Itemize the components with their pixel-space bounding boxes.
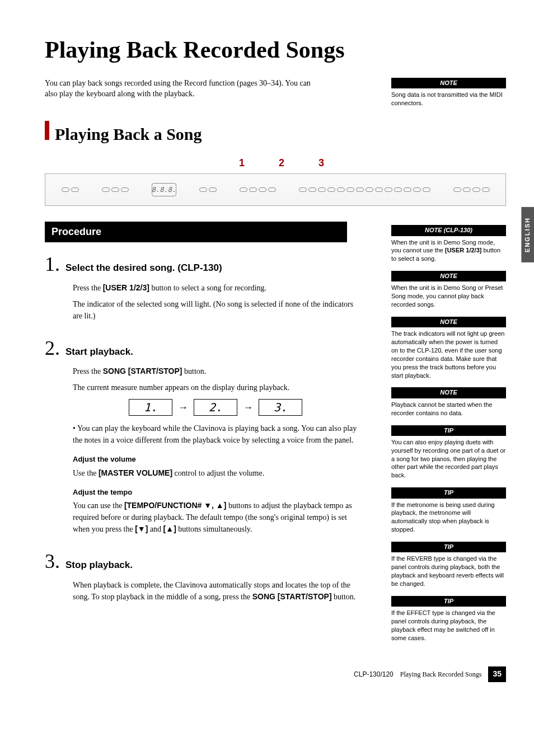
tip-reverb: TIP If the REVERB type is changed via th… — [391, 542, 506, 588]
tip-effect: TIP If the EFFECT type is changed via th… — [391, 596, 506, 642]
step-2: 2. Start playback. Press the SONG [START… — [45, 334, 358, 535]
step-title: Start playback. — [65, 345, 133, 359]
button-ref: SONG [START/STOP] — [252, 592, 332, 601]
note-header: NOTE — [391, 271, 506, 281]
section-accent-bar — [45, 121, 49, 140]
text: The current measure number appears on th… — [73, 382, 358, 393]
procedure-header: Procedure — [45, 222, 347, 242]
button-ref: [USER 1/2/3] — [103, 283, 149, 292]
button-ref: [▲] — [163, 524, 176, 533]
text: button to select a song for recording. — [149, 284, 266, 292]
tip-body: If the REVERB type is changed via the pa… — [391, 552, 506, 588]
control-ref: [MASTER VOLUME] — [99, 468, 172, 477]
page-number: 35 — [488, 666, 506, 682]
note-track-indicators: NOTE The track indicators will not light… — [391, 317, 506, 379]
note-header: NOTE (CLP-130) — [391, 225, 506, 236]
arrow-right-icon: → — [243, 400, 253, 415]
text: button. — [332, 593, 356, 601]
note-clp130: NOTE (CLP-130) When the unit is in Demo … — [391, 225, 506, 263]
note-body: Playback cannot be started when the reco… — [391, 398, 506, 417]
text: Use the — [73, 469, 99, 477]
note-header: NOTE — [391, 317, 506, 327]
step-title: Select the desired song. (CLP-130) — [65, 261, 222, 275]
text: You can use the — [73, 501, 124, 510]
tip-header: TIP — [391, 487, 506, 498]
note-no-data: NOTE Playback cannot be started when the… — [391, 387, 506, 417]
button-ref: [▼] — [135, 524, 148, 533]
section-title: Playing Back a Song — [55, 123, 202, 146]
page-footer: CLP-130/120 Playing Back Recorded Songs … — [45, 666, 506, 682]
tip-header: TIP — [391, 542, 506, 552]
measure-display-row: 1. → 2. → 3. — [73, 399, 358, 416]
note-body: When the unit is in Demo Song mode, you … — [391, 236, 506, 264]
text: buttons simultaneously. — [176, 525, 252, 533]
measure-box: 1. — [129, 399, 172, 416]
button-ref: [TEMPO/FUNCTION# ▼, ▲] — [124, 501, 227, 510]
language-tab: ENGLISH — [521, 207, 534, 262]
note-body: The track indicators will not light up g… — [391, 327, 506, 379]
tip-header: TIP — [391, 425, 506, 436]
text: and — [148, 525, 163, 533]
note-demo-preset: NOTE When the unit is in Demo Song or Pr… — [391, 271, 506, 309]
tip-body: You can also enjoy playing duets with yo… — [391, 436, 506, 480]
control-panel-illustration: 8.8.8. — [45, 173, 506, 206]
tip-metronome: TIP If the metronome is being used durin… — [391, 487, 506, 534]
note-body: Song data is not transmitted via the MID… — [391, 88, 506, 107]
arrow-right-icon: → — [178, 400, 188, 415]
step-3: 3. Stop playback. When playback is compl… — [45, 547, 358, 602]
tip-body: If the EFFECT type is changed via the pa… — [391, 607, 506, 642]
text: Press the — [73, 367, 103, 375]
page-title: Playing Back Recorded Songs — [45, 34, 506, 67]
tip-body: If the metronome is being used during pl… — [391, 499, 506, 534]
panel-display: 8.8.8. — [152, 183, 176, 196]
note-header: NOTE — [391, 78, 506, 88]
subheading-volume: Adjust the volume — [73, 454, 358, 465]
tip-duets: TIP You can also enjoy playing duets wit… — [391, 425, 506, 480]
footer-section: Playing Back Recorded Songs — [400, 670, 482, 679]
step-number: 2. — [45, 334, 60, 362]
bullet-item: You can play the keyboard while the Clav… — [73, 422, 358, 446]
subheading-tempo: Adjust the tempo — [73, 487, 358, 498]
measure-box: 3. — [259, 399, 302, 416]
text: Press the — [73, 284, 103, 292]
text: The indicator of the selected song will … — [73, 298, 358, 322]
panel-callout-numbers: 1 2 3 — [73, 156, 506, 170]
step-number: 1. — [45, 250, 60, 278]
footer-model: CLP-130/120 — [354, 670, 394, 679]
note-header: NOTE — [391, 387, 506, 398]
note-body: When the unit is in Demo Song or Preset … — [391, 281, 506, 309]
step-number: 3. — [45, 547, 60, 575]
tip-header: TIP — [391, 596, 506, 607]
step-1: 1. Select the desired song. (CLP-130) Pr… — [45, 250, 358, 321]
measure-box: 2. — [194, 399, 237, 416]
step-title: Stop playback. — [65, 558, 133, 572]
intro-text: You can play back songs recorded using t… — [45, 78, 313, 100]
text: button. — [182, 367, 207, 375]
text: control to adjust the volume. — [172, 469, 264, 477]
note-midi: NOTE Song data is not transmitted via th… — [391, 78, 506, 107]
button-ref: SONG [START/STOP] — [103, 367, 182, 375]
